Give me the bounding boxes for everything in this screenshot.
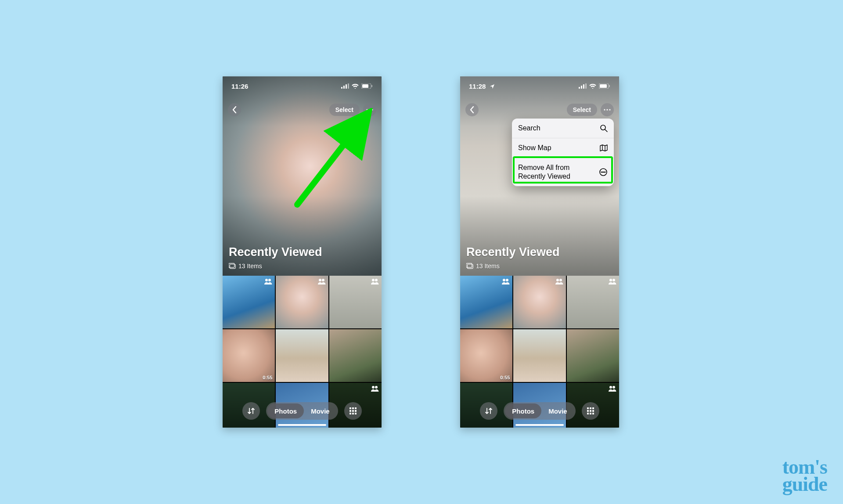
grid-icon (587, 407, 594, 414)
sort-icon (485, 407, 493, 415)
grid-button[interactable] (582, 402, 599, 420)
svg-rect-32 (583, 84, 584, 89)
more-icon (366, 109, 373, 111)
svg-point-42 (601, 125, 605, 130)
menu-item-search[interactable]: Search (512, 119, 614, 138)
svg-rect-2 (346, 84, 347, 89)
svg-point-46 (503, 279, 505, 281)
svg-rect-28 (352, 413, 354, 414)
photos-tab[interactable]: Photos (267, 403, 304, 418)
photo-thumbnail[interactable] (513, 329, 566, 382)
svg-point-52 (609, 386, 612, 389)
svg-rect-6 (371, 85, 372, 87)
menu-item-label: Remove All from Recently Viewed (518, 163, 593, 181)
more-menu: Search Show Map Remove All from Recently… (512, 119, 614, 186)
svg-rect-21 (349, 407, 351, 409)
bottom-bar: Photos Movie (223, 402, 382, 420)
people-badge-icon (502, 278, 510, 284)
select-button[interactable]: Select (567, 104, 597, 116)
search-icon (600, 124, 608, 132)
view-segment: Photos Movie (266, 402, 338, 420)
svg-point-49 (559, 279, 562, 281)
grid-button[interactable] (344, 402, 362, 420)
photo-thumbnail[interactable] (276, 276, 328, 328)
cellular-icon (341, 83, 349, 89)
photo-thumbnail[interactable] (460, 276, 512, 328)
svg-rect-31 (581, 86, 582, 89)
svg-point-40 (606, 109, 608, 110)
menu-item-show-map[interactable]: Show Map (512, 138, 614, 158)
svg-point-19 (372, 386, 375, 389)
video-thumbnail[interactable]: 0:55 (223, 329, 275, 382)
wifi-icon (352, 83, 359, 89)
sort-button[interactable] (242, 402, 260, 420)
people-badge-icon (609, 278, 616, 284)
svg-rect-24 (349, 410, 351, 412)
video-thumbnail[interactable]: 0:55 (460, 329, 512, 382)
more-button[interactable] (363, 103, 376, 116)
select-button[interactable]: Select (329, 104, 360, 116)
photo-thumbnail[interactable] (276, 329, 328, 382)
back-button[interactable] (228, 103, 241, 116)
status-time: 11:28 (469, 83, 495, 90)
svg-point-15 (319, 279, 321, 281)
photo-thumbnail[interactable] (567, 329, 619, 382)
back-button[interactable] (465, 103, 479, 116)
photos-tab[interactable]: Photos (505, 403, 541, 418)
people-badge-icon (264, 278, 272, 284)
svg-point-13 (265, 279, 268, 281)
home-indicator[interactable] (515, 424, 564, 426)
svg-rect-35 (600, 84, 607, 88)
svg-rect-60 (587, 413, 589, 414)
status-bar: 11:28 (460, 76, 619, 96)
svg-point-16 (322, 279, 324, 281)
wifi-icon (589, 83, 596, 89)
home-indicator[interactable] (278, 424, 326, 426)
photo-thumbnail[interactable] (223, 276, 275, 328)
svg-rect-0 (341, 87, 342, 89)
watermark-logo: tom's guide (782, 458, 827, 493)
svg-point-18 (375, 279, 378, 281)
stack-icon (229, 263, 236, 269)
svg-point-48 (556, 279, 559, 281)
photo-thumbnail[interactable] (329, 329, 382, 382)
video-duration: 0:55 (263, 375, 272, 380)
menu-item-label: Search (518, 124, 540, 133)
movie-tab[interactable]: Movie (304, 403, 337, 418)
battery-icon (361, 83, 373, 89)
collection-title: Recently Viewed (466, 245, 560, 259)
video-duration: 0:55 (500, 375, 510, 380)
collection-subtitle: 13 Items (466, 263, 500, 270)
svg-rect-3 (348, 83, 349, 89)
movie-tab[interactable]: Movie (541, 403, 574, 418)
more-button[interactable] (601, 103, 614, 116)
photo-thumbnail[interactable] (513, 276, 566, 328)
svg-rect-26 (355, 410, 357, 412)
photo-thumbnail[interactable] (329, 276, 382, 328)
status-icons (579, 83, 610, 89)
svg-point-17 (372, 279, 375, 281)
item-count: 13 Items (476, 263, 500, 270)
sort-button[interactable] (480, 402, 497, 420)
svg-rect-54 (587, 407, 589, 409)
comparison-stage: 11:26 Recently Viewed 13 Items Select (110, 68, 733, 436)
svg-point-10 (369, 109, 370, 110)
svg-rect-61 (590, 413, 591, 414)
svg-rect-25 (352, 410, 354, 412)
bottom-bar: Photos Movie (460, 402, 619, 420)
svg-rect-29 (355, 413, 357, 414)
people-badge-icon (555, 278, 563, 284)
svg-point-41 (609, 109, 610, 110)
svg-point-9 (366, 109, 367, 110)
photo-thumbnail[interactable] (567, 276, 619, 328)
item-count: 13 Items (238, 263, 262, 270)
svg-point-51 (612, 279, 615, 281)
status-time: 11:26 (231, 83, 248, 90)
svg-rect-1 (343, 86, 345, 89)
svg-point-50 (609, 279, 612, 281)
svg-rect-22 (352, 407, 354, 409)
menu-item-remove-all[interactable]: Remove All from Recently Viewed (512, 158, 614, 186)
people-badge-icon (371, 385, 379, 392)
location-icon (490, 84, 495, 89)
stack-icon (466, 263, 473, 269)
